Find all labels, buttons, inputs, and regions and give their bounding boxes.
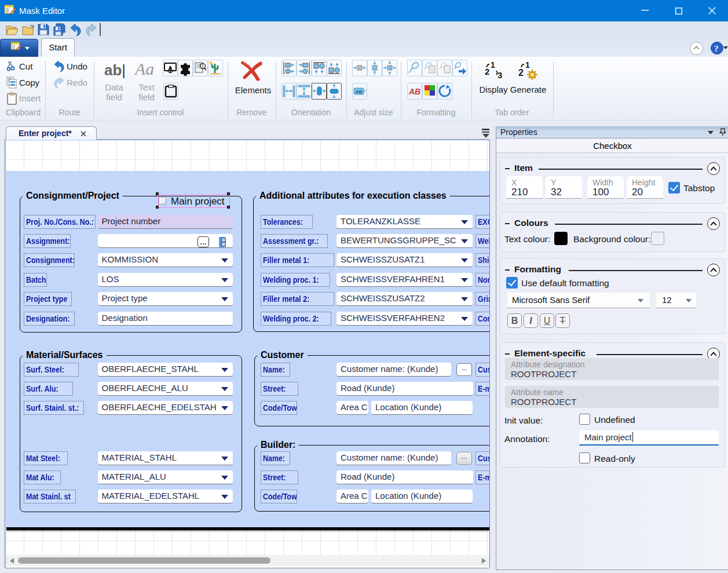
- svg-text:2: 2: [485, 67, 489, 76]
- svg-text:?: ?: [714, 44, 719, 53]
- svg-text:AB: AB: [408, 87, 420, 96]
- svg-text:3: 3: [497, 70, 502, 80]
- svg-text:1: 1: [525, 60, 530, 70]
- svg-text:1: 1: [491, 60, 495, 70]
- svg-text:AB: AB: [356, 89, 363, 94]
- svg-text:2: 2: [518, 68, 524, 78]
